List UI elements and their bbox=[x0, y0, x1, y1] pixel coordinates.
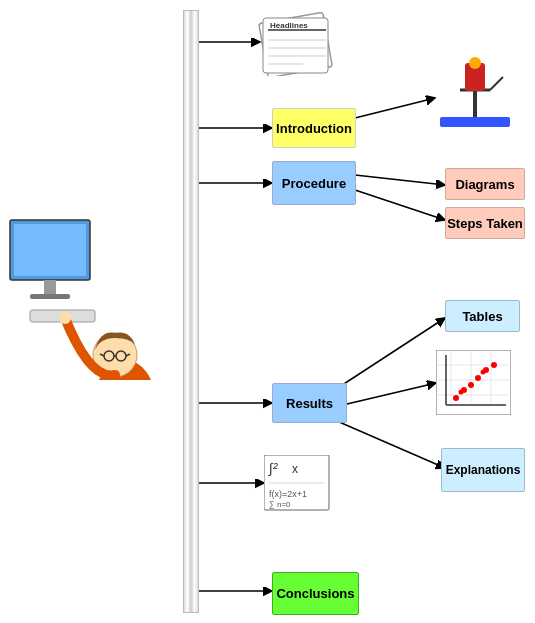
svg-rect-16 bbox=[30, 294, 70, 299]
svg-line-6 bbox=[355, 190, 445, 220]
svg-line-8 bbox=[330, 318, 445, 393]
svg-line-5 bbox=[355, 175, 445, 185]
node-explanations: Explanations bbox=[441, 448, 525, 492]
svg-point-54 bbox=[475, 375, 481, 381]
trunk-bar bbox=[183, 10, 199, 613]
svg-line-3 bbox=[355, 98, 435, 118]
node-procedure: Procedure bbox=[272, 161, 356, 205]
microscope-icon bbox=[435, 55, 515, 130]
svg-text:∫²: ∫² bbox=[268, 460, 279, 477]
scatter-chart-icon bbox=[436, 350, 511, 415]
svg-point-25 bbox=[59, 312, 71, 324]
svg-text:∑ n=0: ∑ n=0 bbox=[269, 500, 291, 509]
person-illustration bbox=[0, 170, 175, 380]
node-results: Results bbox=[272, 383, 347, 423]
svg-line-40 bbox=[490, 77, 503, 90]
diagram-canvas: Headlines Introduction Procedure Diagram… bbox=[0, 0, 535, 623]
svg-text:f(x)=2x+1: f(x)=2x+1 bbox=[269, 489, 307, 499]
svg-point-39 bbox=[469, 57, 481, 69]
svg-rect-14 bbox=[14, 224, 86, 276]
svg-text:x: x bbox=[292, 462, 298, 476]
svg-rect-15 bbox=[44, 280, 56, 295]
headlines-icon: Headlines bbox=[258, 8, 338, 76]
svg-point-57 bbox=[459, 390, 464, 395]
svg-point-58 bbox=[481, 370, 486, 375]
svg-point-51 bbox=[453, 395, 459, 401]
formula-icon: ∫² x f(x)=2x+1 ∑ n=0 bbox=[264, 455, 334, 515]
svg-point-56 bbox=[491, 362, 497, 368]
svg-line-10 bbox=[330, 418, 445, 468]
svg-text:Headlines: Headlines bbox=[270, 21, 308, 30]
node-diagrams: Diagrams bbox=[445, 168, 525, 200]
node-steps-taken: Steps Taken bbox=[445, 207, 525, 239]
node-conclusions: Conclusions bbox=[272, 572, 359, 615]
node-tables: Tables bbox=[445, 300, 520, 332]
svg-point-53 bbox=[468, 382, 474, 388]
svg-rect-41 bbox=[440, 117, 510, 127]
node-introduction: Introduction bbox=[272, 108, 356, 148]
